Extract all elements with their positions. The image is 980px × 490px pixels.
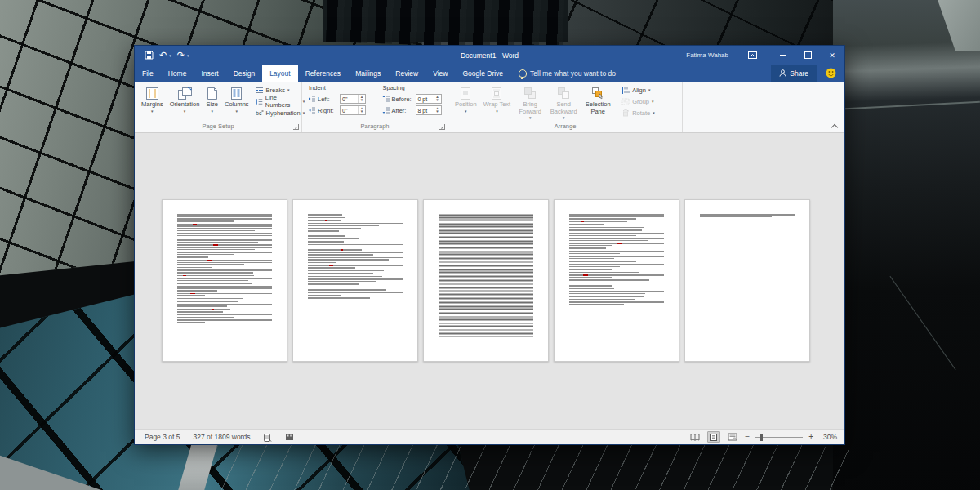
paragraph-lines xyxy=(308,292,403,296)
margins-icon xyxy=(145,85,159,101)
line-numbers-button[interactable]: Line Numbers▾ xyxy=(254,96,307,106)
position-button[interactable]: Position▾ xyxy=(452,84,479,114)
text-line xyxy=(308,259,389,261)
spacing-before-field[interactable]: 0 pt▲▼ xyxy=(416,94,442,104)
indent-left-icon xyxy=(308,96,315,102)
paragraph-lines xyxy=(569,233,664,236)
selected-text-line xyxy=(439,225,533,228)
columns-button[interactable]: Columns▾ xyxy=(222,84,252,114)
tab-layout[interactable]: Layout xyxy=(262,65,298,82)
ribbon-display-options-icon[interactable] xyxy=(740,46,764,65)
paragraph-lines xyxy=(177,319,272,323)
share-button[interactable]: Share xyxy=(771,65,817,82)
paragraph-lines xyxy=(308,249,403,251)
page-indicator[interactable]: Page 3 of 5 xyxy=(138,433,186,441)
dropdown-caret-icon: ▾ xyxy=(465,109,467,114)
text-line xyxy=(700,216,772,218)
paragraph-lines xyxy=(177,244,272,250)
margins-button[interactable]: Margins▾ xyxy=(139,84,166,114)
size-button[interactable]: Size▾ xyxy=(203,84,220,114)
zoom-slider[interactable] xyxy=(755,437,803,438)
page-thumbnail-5[interactable] xyxy=(684,199,810,362)
paragraph-lines xyxy=(177,298,272,300)
save-icon[interactable] xyxy=(145,51,154,60)
signed-in-user[interactable]: Fatima Wahab xyxy=(686,51,728,59)
redo-icon[interactable]: ↷ xyxy=(177,51,185,60)
page-setup-dialog-launcher-icon[interactable] xyxy=(293,124,299,130)
selection-pane-button[interactable]: Selection Pane xyxy=(581,84,614,116)
paragraph-lines xyxy=(569,299,664,301)
bring-forward-button[interactable]: Bring Forward▾ xyxy=(514,84,546,121)
undo-icon[interactable]: ↶ xyxy=(159,51,167,60)
send-backward-button[interactable]: Send Backward▾ xyxy=(547,84,580,121)
spacing-before-icon xyxy=(382,96,390,102)
tab-mailings[interactable]: Mailings xyxy=(348,65,388,82)
collapse-ribbon-icon[interactable] xyxy=(831,122,838,129)
stepper-arrows-icon[interactable]: ▲▼ xyxy=(434,106,441,114)
feedback-smiley-icon[interactable] xyxy=(817,65,844,82)
text-line xyxy=(177,260,272,261)
stepper-arrows-icon[interactable]: ▲▼ xyxy=(358,95,365,103)
hyphenation-button[interactable]: bc Hyphenation▾ xyxy=(254,108,307,118)
page-thumbnail-3[interactable] xyxy=(423,199,549,362)
dropdown-caret-icon: ▾ xyxy=(287,87,290,92)
tab-view[interactable]: View xyxy=(425,65,455,82)
stepper-arrows-icon[interactable]: ▲▼ xyxy=(358,106,365,114)
text-line xyxy=(569,272,639,274)
title-bar: ↶▾ ↷ ▾ Document1 - Word Fatima Wahab ✕ xyxy=(135,46,844,65)
tab-review[interactable]: Review xyxy=(388,65,425,82)
tab-google-drive[interactable]: Google Drive xyxy=(455,65,510,82)
indent-left-field[interactable]: 0"▲▼ xyxy=(340,94,366,104)
indent-right-field[interactable]: 0"▲▼ xyxy=(340,105,366,115)
wrap-text-button[interactable]: Wrap Text▾ xyxy=(481,84,514,114)
align-icon xyxy=(621,87,630,94)
undo-caret-icon[interactable]: ▾ xyxy=(169,53,172,58)
page-thumbnail-1[interactable] xyxy=(162,199,287,362)
macro-icon[interactable] xyxy=(278,433,301,441)
text-line xyxy=(177,214,272,216)
tab-home[interactable]: Home xyxy=(161,65,194,82)
tab-insert[interactable]: Insert xyxy=(194,65,225,82)
orientation-button[interactable]: Orientation▾ xyxy=(167,84,203,114)
tab-design[interactable]: Design xyxy=(226,65,262,82)
zoom-slider-thumb[interactable] xyxy=(760,434,763,441)
zoom-out-icon[interactable]: − xyxy=(745,433,750,441)
word-count[interactable]: 327 of 1809 words xyxy=(186,433,256,441)
text-line xyxy=(177,270,272,271)
minimize-button[interactable] xyxy=(771,46,795,65)
proofing-errors-icon[interactable] xyxy=(256,433,278,442)
paragraph-lines xyxy=(439,312,533,314)
dropdown-caret-icon: ▾ xyxy=(236,109,238,114)
rotate-icon xyxy=(621,109,630,117)
dropdown-caret-icon: ▾ xyxy=(563,116,565,120)
tab-references[interactable]: References xyxy=(298,65,348,82)
dropdown-caret-icon: ▾ xyxy=(529,116,532,120)
group-button[interactable]: Group▾ xyxy=(620,96,657,106)
zoom-percentage[interactable]: 30% xyxy=(819,433,837,441)
customize-qat-icon[interactable]: ▾ xyxy=(187,53,189,58)
paragraph-dialog-launcher-icon[interactable] xyxy=(439,124,445,130)
paragraph-lines xyxy=(439,229,533,234)
rotate-button[interactable]: Rotate▾ xyxy=(620,108,657,118)
text-line xyxy=(177,287,272,289)
maximize-button[interactable] xyxy=(795,46,820,65)
stepper-arrows-icon[interactable]: ▲▼ xyxy=(434,95,441,103)
align-button[interactable]: Align▾ xyxy=(620,85,657,95)
bring-forward-icon xyxy=(523,85,537,101)
selected-text-line xyxy=(439,265,533,267)
web-layout-button[interactable] xyxy=(726,431,739,443)
text-line xyxy=(308,257,403,259)
paragraph-lines xyxy=(308,238,403,240)
tab-file[interactable]: File xyxy=(135,65,161,82)
zoom-in-icon[interactable]: + xyxy=(808,433,813,441)
print-layout-button[interactable] xyxy=(707,431,720,443)
indent-right-label: Right: xyxy=(318,107,337,114)
tell-me-box[interactable]: Tell me what you want to do xyxy=(519,65,616,82)
text-line xyxy=(177,283,252,284)
spacing-after-field[interactable]: 8 pt▲▼ xyxy=(416,105,442,115)
page-thumbnail-2[interactable] xyxy=(292,199,418,362)
close-button[interactable]: ✕ xyxy=(820,46,844,65)
page-thumbnail-4[interactable] xyxy=(554,199,679,362)
document-canvas[interactable] xyxy=(135,133,844,429)
read-mode-button[interactable] xyxy=(688,431,702,443)
